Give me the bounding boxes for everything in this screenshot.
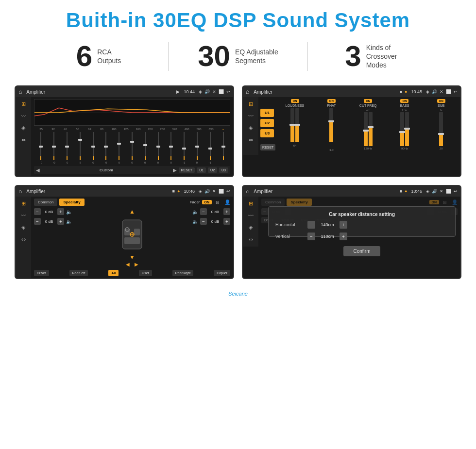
amp-cutfreq-s1[interactable] — [364, 112, 368, 146]
eq-slider-13[interactable] — [204, 132, 216, 161]
eq-slider-6[interactable] — [113, 132, 125, 161]
speaker-icon-bl[interactable]: 🔊 — [204, 189, 210, 194]
fader-left-arrow[interactable]: ◀ — [126, 262, 130, 267]
amp-phat-s1[interactable] — [329, 108, 333, 142]
eq-reset-btn[interactable]: RESET — [179, 167, 195, 173]
back-icon-bl[interactable]: ↩ — [226, 189, 230, 194]
amp-on-phat[interactable]: ON — [327, 99, 336, 103]
home-icon-bl[interactable]: ⌂ — [18, 188, 22, 195]
play-icon-tl[interactable]: ▶ — [176, 89, 180, 94]
fader-rearright-btn[interactable]: RearRight — [172, 270, 194, 276]
fader-down-arrow[interactable]: ▼ — [129, 254, 135, 261]
fader-user-icon[interactable]: 👤 — [224, 200, 230, 205]
eq-u3-btn[interactable]: U3 — [219, 167, 228, 173]
fader-ch3-plus[interactable]: + — [223, 208, 230, 215]
eq-sidebar-icon-4[interactable]: ⇔ — [21, 137, 26, 143]
amp-sidebar-icon-2[interactable]: 〰 — [248, 113, 254, 119]
fader-on-badge[interactable]: ON — [202, 200, 212, 204]
fader-tab-common[interactable]: Common — [34, 199, 57, 206]
eq-slider-10[interactable] — [165, 132, 177, 161]
fader-ch1-plus[interactable]: + — [57, 208, 64, 215]
dialog-sidebar-icon-3[interactable]: ◈ — [249, 224, 253, 231]
eq-slider-3[interactable] — [74, 132, 86, 161]
window-icon-bl[interactable]: ⬜ — [219, 189, 224, 194]
amp-loudness-s1[interactable] — [290, 108, 294, 142]
eq-u2-btn[interactable]: U2 — [208, 167, 217, 173]
dialog-vertical-minus[interactable]: − — [307, 233, 315, 240]
fader-ch1-minus[interactable]: − — [34, 208, 41, 215]
dialog-sidebar-icon-2[interactable]: 〰 — [248, 213, 254, 218]
fader-ch4-plus[interactable]: + — [223, 218, 230, 225]
fader-copilot-btn[interactable]: Copilot — [214, 270, 230, 276]
eq-slider-1[interactable] — [48, 132, 60, 161]
amp-u2-btn[interactable]: U2 — [260, 119, 274, 127]
speaker-icon-tl[interactable]: 🔊 — [204, 89, 210, 94]
eq-slider-12[interactable] — [191, 132, 204, 161]
close-icon-tr[interactable]: ✕ — [440, 89, 443, 94]
fader-ch2-plus[interactable]: + — [57, 218, 64, 225]
fader-all-btn[interactable]: All — [108, 270, 119, 276]
dialog-horizontal-minus[interactable]: − — [307, 221, 315, 229]
fader-user-btn[interactable]: User — [139, 270, 152, 276]
fader-ch4-minus[interactable]: − — [200, 218, 207, 225]
amp-on-cutfreq[interactable]: ON — [364, 99, 372, 103]
eq-slider-0[interactable] — [35, 132, 47, 161]
fader-ch3-minus[interactable]: − — [200, 208, 207, 215]
back-icon-tl[interactable]: ↩ — [226, 89, 230, 94]
home-icon-br[interactable]: ⌂ — [246, 188, 249, 195]
amp-loudness-s2[interactable] — [295, 108, 299, 142]
amp-sidebar-icon-4[interactable]: ⇔ — [249, 137, 253, 143]
eq-slider-9[interactable] — [152, 132, 164, 161]
back-icon-br[interactable]: ↩ — [454, 189, 458, 194]
eq-slider-14[interactable] — [217, 132, 229, 161]
eq-slider-11[interactable] — [178, 132, 190, 161]
speaker-icon-br[interactable]: 🔊 — [432, 189, 437, 194]
amp-u3-btn[interactable]: U3 — [260, 129, 274, 137]
speaker-icon-tr[interactable]: 🔊 — [432, 89, 437, 94]
dialog-confirm-btn[interactable]: Confirm — [343, 246, 380, 256]
window-icon-tr[interactable]: ⬜ — [446, 89, 451, 94]
close-icon-bl[interactable]: ✕ — [212, 189, 216, 194]
window-icon-tl[interactable]: ⬜ — [219, 89, 224, 94]
eq-slider-8[interactable] — [139, 132, 151, 161]
home-icon-tl[interactable]: ⌂ — [18, 88, 22, 95]
dialog-sidebar-icon-1[interactable]: ⊞ — [249, 200, 253, 207]
dialog-vertical-plus[interactable]: + — [340, 233, 347, 240]
fader-up-arrow[interactable]: ▲ — [129, 208, 135, 215]
amp-cutfreq-s2[interactable] — [369, 112, 373, 146]
eq-slider-5[interactable] — [100, 132, 112, 161]
window-icon-br[interactable]: ⬜ — [446, 189, 451, 194]
eq-slider-7[interactable] — [126, 132, 138, 161]
fader-tab-specialty[interactable]: Specialty — [59, 199, 84, 206]
fader-sidebar-icon-1[interactable]: ⊞ — [21, 200, 26, 207]
amp-sidebar-icon-3[interactable]: ◈ — [249, 125, 253, 131]
amp-u1-btn[interactable]: U1 — [260, 109, 274, 117]
close-icon-tl[interactable]: ✕ — [212, 89, 216, 94]
fader-sidebar-icon-4[interactable]: ⇔ — [21, 236, 26, 243]
amp-sidebar-icon-1[interactable]: ⊞ — [249, 101, 253, 107]
dialog-horizontal-plus[interactable]: + — [340, 221, 347, 229]
amp-on-sub[interactable]: ON — [437, 99, 445, 103]
eq-more[interactable]: » — [217, 128, 229, 131]
fader-driver-btn[interactable]: Driver — [34, 270, 49, 276]
amp-sub-s1[interactable] — [439, 112, 443, 146]
close-icon-br[interactable]: ✕ — [440, 189, 443, 194]
eq-prev-btn[interactable]: ◀ — [36, 167, 40, 173]
dialog-sidebar-icon-4[interactable]: ⇔ — [249, 236, 253, 243]
back-icon-tr[interactable]: ↩ — [454, 89, 458, 94]
fader-sidebar-icon-3[interactable]: ◈ — [21, 224, 25, 231]
amp-on-loudness[interactable]: ON — [291, 99, 299, 103]
home-icon-tr[interactable]: ⌂ — [246, 88, 249, 95]
fader-ch2-minus[interactable]: − — [34, 218, 41, 225]
amp-on-bass[interactable]: ON — [400, 99, 408, 103]
eq-sidebar-icon-3[interactable]: ◈ — [21, 125, 25, 131]
fader-rearleft-btn[interactable]: RearLeft — [69, 270, 88, 276]
eq-slider-4[interactable] — [87, 132, 99, 161]
eq-slider-2[interactable] — [61, 132, 73, 161]
fader-sidebar-icon-2[interactable]: 〰 — [21, 213, 26, 218]
eq-next-btn[interactable]: ▶ — [173, 167, 177, 173]
amp-bass-s2[interactable] — [405, 112, 409, 146]
eq-sidebar-icon-1[interactable]: ⊞ — [21, 101, 26, 107]
eq-sidebar-icon-2[interactable]: 〰 — [21, 113, 26, 119]
fader-right-arrow[interactable]: ▶ — [135, 262, 138, 267]
